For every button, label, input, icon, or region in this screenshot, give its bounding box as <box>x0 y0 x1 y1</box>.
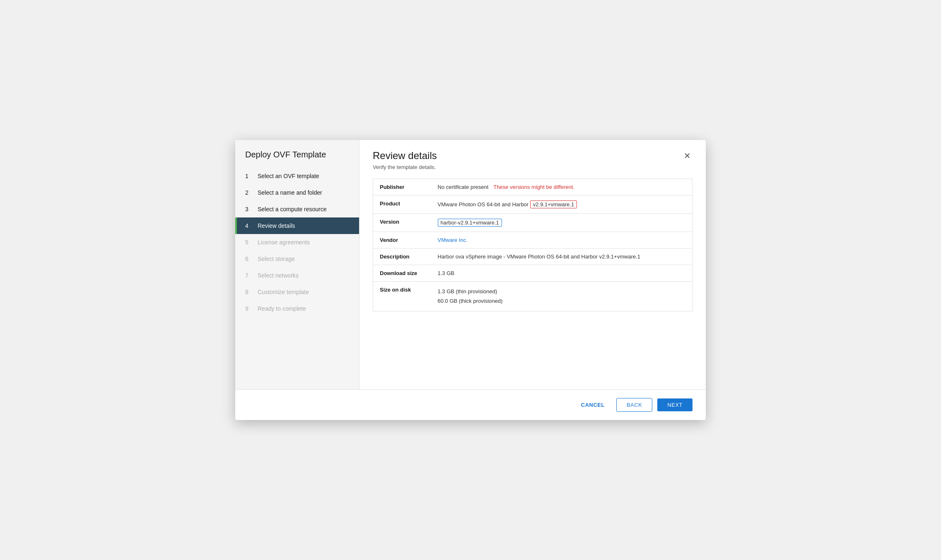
value-vendor: VMware Inc. <box>431 232 692 249</box>
product-text: VMware Photon OS 64-bit and Harbor <box>438 201 529 208</box>
table-row-publisher: Publisher No certificate present These v… <box>373 179 692 196</box>
step-label-8: Customize template <box>258 289 309 295</box>
dialog-body: Deploy OVF Template 1 Select an OVF temp… <box>235 140 706 389</box>
step-label-3: Select a compute resource <box>258 206 327 212</box>
table-row-vendor: Vendor VMware Inc. <box>373 232 692 249</box>
main-content: Review details ✕ Verify the template det… <box>360 140 706 389</box>
deploy-ovf-dialog: Deploy OVF Template 1 Select an OVF temp… <box>235 140 706 420</box>
product-version-badge: v2.9.1+vmware.1 <box>530 200 577 208</box>
cancel-button[interactable]: CANCEL <box>574 398 611 411</box>
value-description: Harbor ova vSphere image - VMware Photon… <box>431 249 692 265</box>
thin-provisioned: 1.3 GB (thin provisioned) <box>438 287 686 296</box>
page-subtitle: Verify the template details. <box>373 164 692 170</box>
sidebar-item-2[interactable]: 2 Select a name and folder <box>235 184 359 201</box>
sidebar-item-7: 7 Select networks <box>235 267 359 284</box>
table-row-product: Product VMware Photon OS 64-bit and Harb… <box>373 196 692 214</box>
page-title: Review details <box>373 150 437 162</box>
sidebar-item-6: 6 Select storage <box>235 251 359 267</box>
value-size-on-disk: 1.3 GB (thin provisioned) 60.0 GB (thick… <box>431 282 692 311</box>
step-num-7: 7 <box>245 272 254 279</box>
step-num-5: 5 <box>245 239 254 246</box>
step-label-9: Ready to complete <box>258 305 306 312</box>
publisher-cell: No certificate present These versions mi… <box>438 184 686 190</box>
label-vendor: Vendor <box>373 232 431 249</box>
value-download-size: 1.3 GB <box>431 265 692 282</box>
next-button[interactable]: NEXT <box>657 398 692 411</box>
value-version: harbor-v2.9.1+vmware.1 <box>431 214 692 232</box>
label-download-size: Download size <box>373 265 431 282</box>
active-indicator <box>235 217 237 234</box>
step-label-2: Select a name and folder <box>258 189 322 196</box>
main-header: Review details ✕ <box>373 150 692 162</box>
details-table: Publisher No certificate present These v… <box>373 179 692 311</box>
step-label-5: License agreements <box>258 239 310 246</box>
step-label-6: Select storage <box>258 256 295 262</box>
step-num-9: 9 <box>245 305 254 312</box>
step-label-1: Select an OVF template <box>258 173 319 179</box>
table-row-description: Description Harbor ova vSphere image - V… <box>373 249 692 265</box>
label-publisher: Publisher <box>373 179 431 196</box>
sidebar-item-4[interactable]: 4 Review details <box>235 217 359 234</box>
step-label-7: Select networks <box>258 272 299 279</box>
version-badge: harbor-v2.9.1+vmware.1 <box>438 219 502 227</box>
sidebar: Deploy OVF Template 1 Select an OVF temp… <box>235 140 360 389</box>
sidebar-item-1[interactable]: 1 Select an OVF template <box>235 168 359 184</box>
label-version: Version <box>373 214 431 232</box>
step-num-4: 4 <box>245 222 254 229</box>
table-row-download-size: Download size 1.3 GB <box>373 265 692 282</box>
table-row-version: Version harbor-v2.9.1+vmware.1 <box>373 214 692 232</box>
label-size-on-disk: Size on disk <box>373 282 431 311</box>
dialog-footer: CANCEL BACK NEXT <box>235 389 706 420</box>
vendor-link[interactable]: VMware Inc. <box>438 237 468 243</box>
value-product: VMware Photon OS 64-bit and Harbor v2.9.… <box>431 196 692 214</box>
label-description: Description <box>373 249 431 265</box>
close-button[interactable]: ✕ <box>682 150 692 162</box>
back-button[interactable]: BACK <box>616 398 652 412</box>
sidebar-item-8: 8 Customize template <box>235 284 359 300</box>
warning-text: These versions might be different. <box>493 184 574 190</box>
step-num-3: 3 <box>245 206 254 212</box>
sidebar-item-9: 9 Ready to complete <box>235 300 359 317</box>
step-num-1: 1 <box>245 173 254 179</box>
sidebar-item-5: 5 License agreements <box>235 234 359 251</box>
step-num-8: 8 <box>245 289 254 295</box>
label-product: Product <box>373 196 431 214</box>
thick-provisioned: 60.0 GB (thick provisioned) <box>438 296 686 306</box>
publisher-value: No certificate present <box>438 184 489 190</box>
step-num-2: 2 <box>245 189 254 196</box>
step-label-4: Review details <box>258 222 295 229</box>
size-on-disk-values: 1.3 GB (thin provisioned) 60.0 GB (thick… <box>438 287 686 306</box>
sidebar-title: Deploy OVF Template <box>235 140 359 168</box>
step-num-6: 6 <box>245 256 254 262</box>
value-publisher: No certificate present These versions mi… <box>431 179 692 196</box>
table-row-size-on-disk: Size on disk 1.3 GB (thin provisioned) 6… <box>373 282 692 311</box>
sidebar-item-3[interactable]: 3 Select a compute resource <box>235 201 359 217</box>
